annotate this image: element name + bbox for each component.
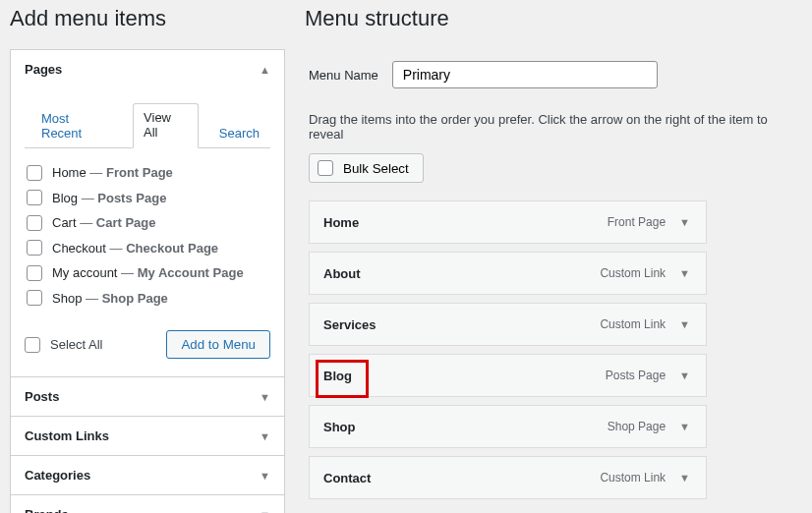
page-item-label: My account — My Account Page	[52, 263, 244, 283]
chevron-down-icon[interactable]: ▼	[675, 314, 694, 334]
page-item: Cart — Cart Page	[27, 210, 268, 236]
menu-item-type: Posts Page	[606, 369, 666, 382]
menu-item-type: Custom Link	[600, 266, 666, 280]
bulk-select-button[interactable]: Bulk Select	[309, 153, 424, 183]
menu-item-title: Contact	[323, 471, 600, 485]
page-item-label: Shop — Shop Page	[52, 289, 168, 309]
checkbox-cart[interactable]	[27, 215, 42, 231]
pages-tabs: Most Recent View All Search	[25, 88, 270, 148]
menu-item-type: Custom Link	[600, 317, 666, 331]
page-item-label: Cart — Cart Page	[52, 213, 156, 233]
menu-item-title: About	[323, 266, 600, 281]
checkbox-my-account[interactable]	[27, 265, 42, 281]
panel-categories-title: Categories	[25, 468, 90, 483]
checkbox-bulk[interactable]	[318, 160, 333, 176]
page-item: My account — My Account Page	[27, 260, 268, 286]
tab-most-recent[interactable]: Most Recent	[30, 104, 123, 148]
checkbox-blog[interactable]	[27, 190, 42, 205]
chevron-down-icon: ▼	[260, 430, 270, 442]
menu-item-services[interactable]: Services Custom Link ▼	[309, 303, 707, 346]
menu-item-title: Shop	[323, 420, 608, 434]
menu-item-contact[interactable]: Contact Custom Link ▼	[309, 456, 707, 499]
panel-custom-links-header[interactable]: Custom Links ▼	[11, 417, 284, 455]
menu-item-blog[interactable]: Blog Posts Page ▼	[309, 354, 707, 397]
menu-item-title: Services	[323, 317, 600, 332]
page-item: Shop — Shop Page	[27, 286, 268, 312]
panel-brands-title: Brands	[25, 507, 69, 513]
bulk-select-label: Bulk Select	[343, 161, 409, 176]
menu-item-home[interactable]: Home Front Page ▼	[309, 200, 707, 244]
menu-name-input[interactable]	[392, 61, 658, 88]
menu-item-title: Blog	[323, 369, 606, 383]
chevron-up-icon: ▲	[260, 64, 270, 76]
tab-view-all[interactable]: View All	[133, 103, 199, 148]
page-item: Checkout — Checkout Page	[27, 236, 268, 261]
checkbox-checkout[interactable]	[27, 240, 42, 256]
menu-item-about[interactable]: About Custom Link ▼	[309, 252, 707, 295]
page-item-label: Blog — Posts Page	[52, 189, 166, 208]
page-item: Home — Front Page	[27, 160, 268, 186]
page-item: Blog — Posts Page	[27, 186, 268, 211]
checkbox-shop[interactable]	[27, 290, 42, 306]
panel-brands: Brands ▼	[11, 494, 284, 513]
panel-posts: Posts ▼	[11, 376, 284, 416]
panel-categories-header[interactable]: Categories ▼	[11, 456, 284, 494]
panel-pages-header[interactable]: Pages ▲	[11, 50, 284, 88]
menu-item-type: Shop Page	[608, 420, 666, 433]
checkbox-home[interactable]	[27, 165, 42, 181]
menu-item-type: Front Page	[608, 215, 666, 229]
panel-posts-header[interactable]: Posts ▼	[11, 377, 284, 416]
menu-item-type: Custom Link	[600, 471, 666, 484]
menu-item-shop[interactable]: Shop Shop Page ▼	[309, 405, 707, 448]
panel-pages: Pages ▲ Most Recent View All Search Home…	[11, 50, 284, 376]
chevron-down-icon[interactable]: ▼	[675, 366, 694, 385]
add-menu-items-heading: Add menu items	[10, 6, 285, 31]
panel-pages-title: Pages	[25, 62, 62, 77]
chevron-down-icon[interactable]: ▼	[675, 212, 694, 232]
chevron-down-icon: ▼	[260, 391, 270, 403]
panel-custom-links: Custom Links ▼	[11, 416, 284, 455]
checkbox-select-all[interactable]	[25, 337, 40, 353]
chevron-down-icon[interactable]: ▼	[675, 468, 694, 487]
menu-structure-heading: Menu structure	[305, 6, 802, 31]
tab-search[interactable]: Search	[208, 119, 270, 148]
page-item-label: Home — Front Page	[52, 163, 173, 183]
page-item-label: Checkout — Checkout Page	[52, 239, 218, 258]
menu-item-title: Home	[323, 215, 608, 230]
chevron-down-icon[interactable]: ▼	[675, 263, 694, 283]
select-all-row: Select All	[25, 337, 102, 353]
panel-categories: Categories ▼	[11, 455, 284, 494]
add-to-menu-button[interactable]: Add to Menu	[166, 330, 270, 359]
panel-custom-links-title: Custom Links	[25, 428, 109, 443]
panel-posts-title: Posts	[25, 389, 59, 404]
chevron-down-icon: ▼	[260, 509, 270, 514]
chevron-down-icon[interactable]: ▼	[675, 417, 694, 436]
select-all-label: Select All	[50, 337, 102, 352]
menu-name-label: Menu Name	[309, 68, 378, 83]
drag-instructions: Drag the items into the order you prefer…	[305, 112, 802, 153]
chevron-down-icon: ▼	[260, 470, 270, 482]
panel-brands-header[interactable]: Brands ▼	[11, 495, 284, 513]
